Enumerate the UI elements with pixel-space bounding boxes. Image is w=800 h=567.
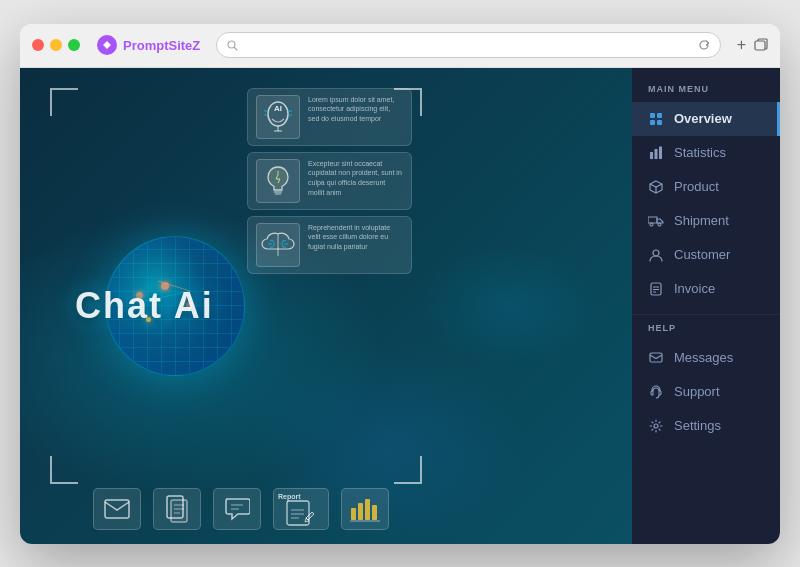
bracket-top-left xyxy=(50,88,78,116)
sidebar-item-invoice[interactable]: Invoice xyxy=(632,272,780,306)
svg-point-50 xyxy=(650,223,653,226)
bottom-icons-row: Report xyxy=(70,488,412,530)
search-icon xyxy=(227,40,238,51)
close-button[interactable] xyxy=(32,39,44,51)
browser-window: PromptSiteZ + xyxy=(20,24,780,544)
shipment-icon xyxy=(648,213,664,229)
product-label: Product xyxy=(674,179,719,194)
help-label: HELP xyxy=(632,323,780,341)
document-icon xyxy=(164,495,190,523)
svg-rect-43 xyxy=(657,113,662,118)
chat-icon-box xyxy=(213,488,261,530)
sidebar-item-settings[interactable]: Settings xyxy=(632,409,780,443)
svg-rect-45 xyxy=(657,120,662,125)
bar-chart-icon-box xyxy=(341,488,389,530)
document-icon-box xyxy=(153,488,201,530)
browser-logo: PromptSiteZ xyxy=(96,34,200,56)
sidebar-item-statistics[interactable]: Statistics xyxy=(632,136,780,170)
reload-icon[interactable] xyxy=(698,39,710,51)
bracket-bottom-left xyxy=(50,456,78,484)
customer-label: Customer xyxy=(674,247,730,262)
sidebar-item-overview[interactable]: Overview xyxy=(632,102,780,136)
svg-rect-48 xyxy=(659,146,662,159)
svg-point-2 xyxy=(228,41,235,48)
support-icon xyxy=(648,384,664,400)
frame-brackets xyxy=(50,88,422,484)
bracket-top-right xyxy=(394,88,422,116)
sidebar-item-support[interactable]: Support xyxy=(632,375,780,409)
browser-toolbar: PromptSiteZ + xyxy=(20,24,780,68)
main-menu-label: MAIN MENU xyxy=(632,84,780,102)
messages-label: Messages xyxy=(674,350,733,365)
bar-chart-icon xyxy=(349,496,381,522)
browser-content: Chat Ai AI xyxy=(20,68,780,544)
sidebar-item-customer[interactable]: Customer xyxy=(632,238,780,272)
svg-rect-47 xyxy=(655,149,658,159)
product-icon xyxy=(648,179,664,195)
shipment-label: Shipment xyxy=(674,213,729,228)
support-label: Support xyxy=(674,384,720,399)
bracket-bottom-right xyxy=(394,456,422,484)
maximize-button[interactable] xyxy=(68,39,80,51)
logo-text: PromptSiteZ xyxy=(123,38,200,53)
customer-icon xyxy=(648,247,664,263)
svg-rect-44 xyxy=(650,120,655,125)
svg-point-58 xyxy=(654,424,658,428)
svg-rect-57 xyxy=(650,353,662,362)
sidebar-item-product[interactable]: Product xyxy=(632,170,780,204)
envelope-icon xyxy=(104,499,130,519)
svg-rect-25 xyxy=(105,500,129,518)
svg-rect-39 xyxy=(365,499,370,520)
svg-rect-27 xyxy=(171,500,187,522)
svg-point-1 xyxy=(105,43,109,47)
svg-line-3 xyxy=(235,47,238,50)
invoice-icon xyxy=(648,281,664,297)
report-icon xyxy=(286,500,316,526)
invoice-label: Invoice xyxy=(674,281,715,296)
new-tab-button[interactable]: + xyxy=(737,36,746,54)
sidebar-item-shipment[interactable]: Shipment xyxy=(632,204,780,238)
statistics-icon xyxy=(648,145,664,161)
report-label: Report xyxy=(278,493,301,500)
svg-rect-38 xyxy=(358,503,363,520)
overview-label: Overview xyxy=(674,111,732,126)
settings-label: Settings xyxy=(674,418,721,433)
svg-rect-46 xyxy=(650,152,653,159)
sidebar: MAIN MENU Overview xyxy=(632,68,780,544)
sidebar-divider xyxy=(632,314,780,315)
logo-icon xyxy=(96,34,118,56)
settings-icon xyxy=(648,418,664,434)
svg-rect-37 xyxy=(351,508,356,520)
statistics-label: Statistics xyxy=(674,145,726,160)
minimize-button[interactable] xyxy=(50,39,62,51)
report-icon-box: Report xyxy=(273,488,329,530)
svg-rect-40 xyxy=(372,505,377,520)
messages-icon xyxy=(648,350,664,366)
svg-rect-4 xyxy=(755,41,765,50)
traffic-lights xyxy=(32,39,80,51)
address-bar[interactable] xyxy=(216,32,720,58)
svg-rect-42 xyxy=(650,113,655,118)
sidebar-item-messages[interactable]: Messages xyxy=(632,341,780,375)
hero-area: Chat Ai AI xyxy=(20,68,632,544)
svg-point-51 xyxy=(658,223,661,226)
browser-actions: + xyxy=(737,36,768,54)
window-button[interactable] xyxy=(754,38,768,52)
envelope-icon-box xyxy=(93,488,141,530)
chat-bubble-icon xyxy=(224,497,250,521)
grid-icon xyxy=(648,111,664,127)
svg-point-52 xyxy=(653,250,659,256)
